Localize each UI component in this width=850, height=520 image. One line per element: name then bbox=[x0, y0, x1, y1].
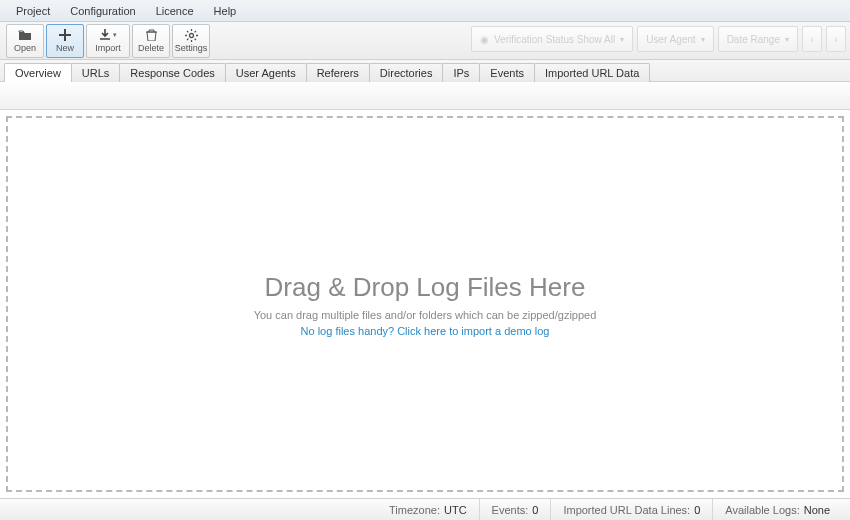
main-content: Drag & Drop Log Files Here You can drag … bbox=[0, 110, 850, 498]
tab-ips[interactable]: IPs bbox=[442, 63, 480, 82]
open-label: Open bbox=[14, 44, 36, 53]
chevron-left-icon: ‹ bbox=[810, 34, 813, 45]
tab-events[interactable]: Events bbox=[479, 63, 535, 82]
status-events-label: Events: bbox=[492, 504, 529, 516]
user-agent-filter[interactable]: User Agent ▾ bbox=[637, 26, 713, 52]
status-timezone: Timezone: UTC bbox=[377, 499, 479, 520]
tab-urls[interactable]: URLs bbox=[71, 63, 121, 82]
next-button[interactable]: › bbox=[826, 26, 846, 52]
status-available-logs: Available Logs: None bbox=[712, 499, 842, 520]
menu-project[interactable]: Project bbox=[6, 2, 60, 20]
chevron-down-icon: ▾ bbox=[113, 31, 117, 38]
import-button[interactable]: ▾ Import bbox=[86, 24, 130, 58]
download-icon bbox=[99, 28, 111, 42]
status-timezone-value: UTC bbox=[444, 504, 467, 516]
settings-button[interactable]: Settings bbox=[172, 24, 210, 58]
new-label: New bbox=[56, 44, 74, 53]
svg-point-0 bbox=[189, 33, 193, 37]
tab-overview[interactable]: Overview bbox=[4, 63, 72, 82]
status-events: Events: 0 bbox=[479, 499, 551, 520]
tab-response-codes[interactable]: Response Codes bbox=[119, 63, 225, 82]
menu-configuration[interactable]: Configuration bbox=[60, 2, 145, 20]
import-label: Import bbox=[95, 44, 121, 53]
user-agent-label: User Agent bbox=[646, 34, 695, 45]
menu-help[interactable]: Help bbox=[204, 2, 247, 20]
status-events-value: 0 bbox=[532, 504, 538, 516]
tab-user-agents[interactable]: User Agents bbox=[225, 63, 307, 82]
date-range-filter[interactable]: Date Range ▾ bbox=[718, 26, 798, 52]
status-imported-value: 0 bbox=[694, 504, 700, 516]
menu-licence[interactable]: Licence bbox=[146, 2, 204, 20]
folder-open-icon bbox=[18, 28, 32, 42]
content-header-strip bbox=[0, 82, 850, 110]
import-demo-log-link[interactable]: No log files handy? Click here to import… bbox=[301, 325, 550, 337]
date-range-label: Date Range bbox=[727, 34, 780, 45]
tab-referers[interactable]: Referers bbox=[306, 63, 370, 82]
status-imported-label: Imported URL Data Lines: bbox=[563, 504, 690, 516]
tab-directories[interactable]: Directories bbox=[369, 63, 444, 82]
status-available-value: None bbox=[804, 504, 830, 516]
delete-button[interactable]: Delete bbox=[132, 24, 170, 58]
verification-status-filter[interactable]: ◉ Verification Status Show All ▾ bbox=[471, 26, 633, 52]
toolbar: Open New ▾ Import Delete Settings ◉ Veri… bbox=[0, 22, 850, 60]
menubar: Project Configuration Licence Help bbox=[0, 0, 850, 22]
verification-status-label: Verification Status Show All bbox=[494, 34, 615, 45]
gear-icon bbox=[185, 28, 198, 42]
delete-label: Delete bbox=[138, 44, 164, 53]
plus-icon bbox=[59, 28, 71, 42]
status-imported: Imported URL Data Lines: 0 bbox=[550, 499, 712, 520]
dropzone[interactable]: Drag & Drop Log Files Here You can drag … bbox=[6, 116, 844, 492]
chevron-down-icon: ▾ bbox=[785, 35, 789, 44]
toolbar-filters: ◉ Verification Status Show All ▾ User Ag… bbox=[471, 26, 846, 52]
prev-button[interactable]: ‹ bbox=[802, 26, 822, 52]
radio-icon: ◉ bbox=[480, 34, 489, 45]
status-available-label: Available Logs: bbox=[725, 504, 799, 516]
statusbar: Timezone: UTC Events: 0 Imported URL Dat… bbox=[0, 498, 850, 520]
tab-imported-url-data[interactable]: Imported URL Data bbox=[534, 63, 650, 82]
status-timezone-label: Timezone: bbox=[389, 504, 440, 516]
new-button[interactable]: New bbox=[46, 24, 84, 58]
dropzone-subtitle: You can drag multiple files and/or folde… bbox=[254, 309, 597, 321]
tabs: Overview URLs Response Codes User Agents… bbox=[0, 60, 850, 82]
chevron-down-icon: ▾ bbox=[701, 35, 705, 44]
chevron-down-icon: ▾ bbox=[620, 35, 624, 44]
settings-label: Settings bbox=[175, 44, 208, 53]
trash-icon bbox=[146, 28, 157, 42]
open-button[interactable]: Open bbox=[6, 24, 44, 58]
dropzone-title: Drag & Drop Log Files Here bbox=[265, 272, 586, 303]
chevron-right-icon: › bbox=[834, 34, 837, 45]
